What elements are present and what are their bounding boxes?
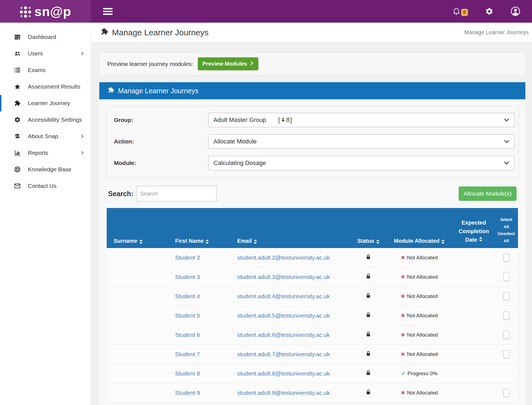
bell-icon [452, 7, 461, 15]
email-link[interactable]: student.adult.8@testuniversity.ac.uk [237, 370, 330, 377]
student-link[interactable]: Student 5 [175, 312, 200, 319]
column-header-expected-completion-date[interactable]: Expected Completion Date [453, 219, 494, 244]
column-header-module-allocated[interactable]: Module Allocated [386, 238, 453, 244]
puzzle-icon [100, 28, 109, 37]
breadcrumb[interactable]: Manage Learner Journeys [464, 29, 529, 36]
row-checkbox[interactable] [503, 273, 509, 281]
group-label: Group: [112, 117, 208, 123]
first-name-cell: Student 4 [169, 293, 231, 300]
action-select[interactable]: Allocate Module [208, 134, 515, 149]
logo-text: sn@p [34, 4, 71, 19]
content-area: Preview learner journey modules: Preview… [91, 42, 532, 405]
chevron-right-icon [80, 151, 84, 155]
email-link[interactable]: student.adult.7@testuniversity.ac.uk [237, 351, 330, 358]
notifications-button[interactable]: 0 [452, 7, 468, 16]
table-row: Student 7 student.adult.7@testuniversity… [107, 345, 518, 364]
student-link[interactable]: Student 8 [175, 370, 200, 377]
column-header-first-name[interactable]: First Name [169, 238, 231, 244]
row-checkbox[interactable] [503, 311, 509, 319]
email-link[interactable]: student.adult.5@testuniversity.ac.uk [237, 312, 330, 319]
select-cell [494, 292, 518, 300]
allocation-form: Group: Adult Master Group [ 8] [106, 106, 519, 178]
student-link[interactable]: Student 7 [175, 351, 200, 358]
panel-body: Group: Adult Master Group [ 8] [99, 99, 525, 405]
email-link[interactable]: student.adult.9@testuniversity.ac.uk [237, 390, 330, 396]
sidebar-item-reports[interactable]: Reports [0, 145, 91, 161]
sidebar-item-label: Users [28, 50, 43, 57]
row-checkbox[interactable] [503, 389, 509, 397]
row-checkbox[interactable] [503, 254, 509, 262]
lock-icon [366, 273, 371, 281]
account-button[interactable] [510, 6, 520, 16]
preview-modules-button[interactable]: Preview Modules [198, 57, 258, 70]
x-icon: ✖ [401, 293, 405, 299]
sidebar-item-learner-journey[interactable]: Learner Journey [0, 95, 91, 111]
settings-button[interactable] [485, 7, 493, 15]
sidebar-item-contact-us[interactable]: Contact Us [0, 178, 91, 194]
x-icon: ✖ [401, 255, 405, 261]
app-logo[interactable]: sn@p [0, 0, 91, 23]
email-cell: student.adult.4@testuniversity.ac.uk [231, 293, 351, 300]
first-name-cell: Student 6 [169, 332, 231, 338]
sidebar-item-label: Learner Journey [28, 100, 70, 106]
sidebar-item-accessibility-settings[interactable]: Accessibility Settings [0, 111, 91, 128]
sidebar-item-label: Accessibility Settings [28, 116, 82, 123]
status-cell [351, 312, 386, 319]
row-checkbox[interactable] [503, 331, 509, 339]
x-icon: ✖ [401, 351, 405, 357]
sort-icon [139, 239, 143, 244]
allocate-modules-button[interactable]: Allocate Module(s) [459, 186, 517, 201]
sidebar: Dashboard Users Exams Assessment Results [0, 23, 91, 405]
row-checkbox[interactable] [503, 350, 509, 358]
module-select[interactable]: Calculating Dosage [208, 156, 515, 170]
status-cell [351, 331, 386, 339]
sidebar-item-exams[interactable]: Exams [0, 62, 91, 78]
student-link[interactable]: Student 4 [175, 293, 200, 300]
x-icon: ✖ [401, 332, 405, 338]
student-link[interactable]: Student 6 [175, 332, 200, 338]
lock-icon [366, 293, 371, 300]
email-link[interactable]: student.adult.6@testuniversity.ac.uk [237, 332, 330, 338]
sidebar-item-users[interactable]: Users [0, 45, 91, 62]
first-name-cell: Student 2 [169, 254, 231, 261]
table-row: Student 8 student.adult.8@testuniversity… [107, 364, 518, 383]
student-link[interactable]: Student 9 [175, 390, 200, 396]
first-name-cell: Student 3 [169, 274, 231, 280]
learners-table: Surname First Name Email Status Module A… [106, 208, 518, 403]
student-link[interactable]: Student 2 [175, 254, 200, 261]
search-row: Search: Allocate Module(s) [108, 186, 517, 201]
module-label: Module: [112, 160, 208, 166]
chevron-right-icon [250, 61, 254, 67]
select-cell [494, 311, 518, 319]
sidebar-item-knowledge-base[interactable]: Knowledge Base [0, 161, 91, 178]
email-cell: student.adult.3@testuniversity.ac.uk [231, 274, 351, 280]
sidebar-item-label: About Snap [28, 133, 58, 140]
sidebar-item-about-snap[interactable]: About Snap [0, 128, 91, 145]
manage-learner-journeys-panel: Manage Learner Journeys Group: Adult Mas… [99, 82, 525, 405]
email-link[interactable]: student.adult.3@testuniversity.ac.uk [237, 274, 330, 280]
list-icon [14, 67, 21, 73]
column-header-status[interactable]: Status [351, 238, 386, 244]
person-icon [280, 116, 286, 124]
group-select[interactable]: Adult Master Group [ 8] [208, 113, 515, 127]
envelope-icon [14, 183, 21, 189]
column-header-email[interactable]: Email [231, 238, 351, 244]
sidebar-item-assessment-results[interactable]: Assessment Results [0, 78, 91, 95]
student-link[interactable]: Student 3 [175, 274, 200, 280]
hamburger-menu-icon[interactable] [103, 7, 113, 16]
row-checkbox[interactable] [503, 292, 509, 300]
life-ring-icon [14, 166, 21, 173]
select-cell [494, 389, 518, 397]
gear-icon [485, 7, 493, 15]
status-cell [351, 273, 386, 281]
lock-icon [366, 331, 371, 339]
star-icon [14, 83, 21, 90]
email-link[interactable]: student.adult.2@testuniversity.ac.uk [237, 254, 330, 261]
column-header-surname[interactable]: Surname [107, 238, 169, 244]
puzzle-icon [14, 100, 21, 106]
search-input[interactable] [136, 186, 217, 201]
column-header-select-all[interactable]: Select All Unselect All [494, 216, 518, 244]
email-link[interactable]: student.adult.4@testuniversity.ac.uk [237, 293, 330, 300]
chevron-down-icon [504, 161, 509, 165]
sidebar-item-dashboard[interactable]: Dashboard [0, 29, 91, 45]
